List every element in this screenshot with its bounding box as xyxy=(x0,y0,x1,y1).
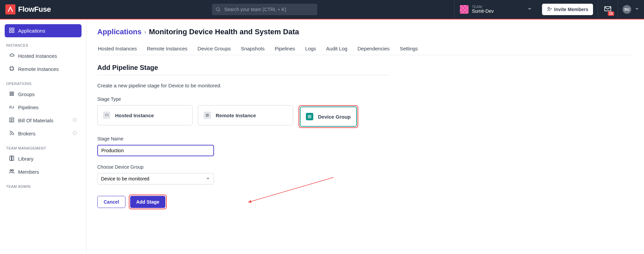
svg-rect-14 xyxy=(308,115,311,118)
sidebar-heading-instances: INSTANCES xyxy=(5,37,82,49)
stage-type-remote-instance[interactable]: Remote Instance xyxy=(198,105,293,125)
brand-mark-icon xyxy=(5,4,15,14)
highlight-annotation: Device Group xyxy=(299,105,358,128)
tab-logs[interactable]: Logs xyxy=(305,42,317,55)
stage-type-label: Hosted Instance xyxy=(115,113,154,118)
stage-type-options: Hosted Instance Remote Instance Device G… xyxy=(97,105,633,128)
groups-icon xyxy=(9,91,15,98)
sidebar: Applications INSTANCES Hosted Instances … xyxy=(0,19,87,253)
stage-name-input[interactable] xyxy=(97,145,214,156)
brand-text: FlowFuse xyxy=(18,5,51,14)
header-right: TEAM: Sumit-Dev Invite Members 15 SU xyxy=(454,0,644,19)
add-stage-button[interactable]: Add Stage xyxy=(130,196,165,208)
sidebar-item-brokers[interactable]: Brokers xyxy=(5,127,82,140)
tab-settings[interactable]: Settings xyxy=(399,42,419,55)
cloud-icon xyxy=(9,52,15,59)
tab-device-groups[interactable]: Device Groups xyxy=(197,42,231,55)
notification-badge: 15 xyxy=(608,11,614,16)
invite-label: Invite Members xyxy=(554,7,588,12)
svg-rect-2 xyxy=(9,28,11,30)
sidebar-item-pipelines[interactable]: Pipelines xyxy=(5,101,82,114)
tabs-nav: Hosted Instances Remote Instances Device… xyxy=(97,42,633,55)
sidebar-item-groups[interactable]: Groups xyxy=(5,88,82,101)
user-avatar: SU xyxy=(623,5,631,14)
team-switcher[interactable]: TEAM: Sumit-Dev xyxy=(454,0,537,19)
tab-dependencies[interactable]: Dependencies xyxy=(357,42,390,55)
sidebar-item-label: Groups xyxy=(18,91,35,97)
svg-rect-3 xyxy=(12,28,14,30)
tab-remote-instances[interactable]: Remote Instances xyxy=(146,42,188,55)
search-icon xyxy=(215,7,221,13)
svg-rect-5 xyxy=(12,31,14,33)
invite-members-button[interactable]: Invite Members xyxy=(542,4,593,15)
notifications-button[interactable]: 15 xyxy=(598,0,618,19)
highlight-annotation: Add Stage xyxy=(129,195,167,209)
team-name: Sumit-Dev xyxy=(472,9,494,14)
svg-rect-6 xyxy=(10,67,13,70)
sidebar-item-label: Bill Of Materials xyxy=(18,118,53,123)
chevron-down-icon xyxy=(206,176,210,182)
sidebar-item-label: Members xyxy=(18,169,39,175)
tab-pipelines[interactable]: Pipelines xyxy=(274,42,296,55)
breadcrumb-applications-link[interactable]: Applications xyxy=(97,28,142,36)
sidebar-heading-operations: OPERATIONS xyxy=(5,76,82,88)
search-input[interactable] xyxy=(212,4,317,15)
user-plus-icon xyxy=(547,6,552,13)
main-content: Applications › Monitoring Device Health … xyxy=(87,19,644,253)
search-wrap xyxy=(212,4,317,15)
tab-hosted-instances[interactable]: Hosted Instances xyxy=(97,42,138,55)
device-group-select[interactable]: Device to be monitored xyxy=(97,173,214,184)
tab-snapshots[interactable]: Snapshots xyxy=(240,42,265,55)
chip-icon xyxy=(204,112,211,119)
user-menu[interactable]: SU xyxy=(618,0,644,19)
sidebar-item-remote-instances[interactable]: Remote Instances xyxy=(5,62,82,76)
sidebar-item-bill-of-materials[interactable]: Bill Of Materials xyxy=(5,114,82,127)
stage-type-label: Stage Type xyxy=(97,96,633,102)
svg-rect-13 xyxy=(207,115,208,116)
breadcrumb-current: Monitoring Device Health and System Data xyxy=(149,28,299,36)
grid-icon xyxy=(9,27,15,34)
users-icon xyxy=(9,168,15,175)
sidebar-heading-team-management: TEAM MANAGEMENT xyxy=(5,140,82,152)
stage-type-hosted-instance[interactable]: Hosted Instance xyxy=(97,105,193,125)
stage-type-label: Remote Instance xyxy=(216,113,256,118)
sidebar-item-label: Pipelines xyxy=(18,104,39,110)
page-title: Add Pipeline Stage xyxy=(97,64,633,72)
svg-rect-7 xyxy=(10,92,14,96)
page-description: Create a new pipeline stage for Device t… xyxy=(97,83,633,88)
breadcrumb: Applications › Monitoring Device Health … xyxy=(97,28,633,36)
sidebar-item-label: Applications xyxy=(18,28,45,34)
chevron-down-icon xyxy=(527,6,532,12)
tab-audit-log[interactable]: Audit Log xyxy=(325,42,348,55)
sidebar-item-label: Remote Instances xyxy=(18,66,59,72)
sidebar-heading-team-admin: TEAM ADMIN xyxy=(5,178,82,190)
sidebar-item-library[interactable]: Library xyxy=(5,152,82,165)
sparkle-icon xyxy=(72,117,77,124)
stage-type-label: Device Group xyxy=(318,114,351,120)
svg-rect-8 xyxy=(11,93,13,95)
group-icon xyxy=(306,113,313,120)
stage-type-device-group[interactable]: Device Group xyxy=(300,107,357,127)
svg-rect-4 xyxy=(9,31,11,33)
team-avatar-icon xyxy=(460,5,469,14)
sidebar-item-label: Brokers xyxy=(18,131,36,136)
sidebar-item-label: Hosted Instances xyxy=(18,53,57,59)
book-icon xyxy=(9,155,15,162)
svg-point-1 xyxy=(548,7,549,9)
svg-rect-12 xyxy=(206,114,209,117)
sidebar-item-applications[interactable]: Applications xyxy=(5,24,82,37)
select-value: Device to be monitored xyxy=(101,176,149,181)
brand-logo[interactable]: FlowFuse xyxy=(0,4,56,14)
sidebar-item-hosted-instances[interactable]: Hosted Instances xyxy=(5,49,82,62)
pipeline-icon xyxy=(9,104,15,111)
broadcast-icon xyxy=(9,130,15,137)
sparkle-icon xyxy=(72,130,77,137)
divider xyxy=(97,75,389,75)
chip-icon xyxy=(9,66,15,73)
app-header: FlowFuse TEAM: Sumit-Dev Invite Members xyxy=(0,0,644,19)
sidebar-item-members[interactable]: Members xyxy=(5,165,82,178)
envelope-icon: 15 xyxy=(604,5,611,14)
stage-name-label: Stage Name xyxy=(97,136,633,141)
svg-point-10 xyxy=(10,170,12,171)
cancel-button[interactable]: Cancel xyxy=(97,196,125,208)
